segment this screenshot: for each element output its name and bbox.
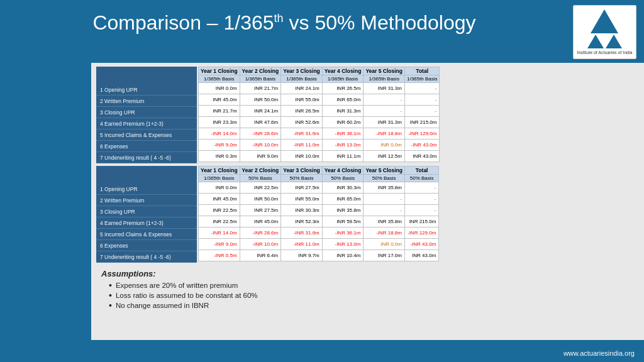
t1-col3-top: Year 3 Closing — [281, 67, 323, 75]
t1-col5-top: Year 5 Closing — [364, 67, 405, 75]
bullet-3: • — [109, 301, 112, 310]
t2-col6-top: Total — [404, 167, 438, 175]
table-row: -INR 14.0m -INR 28.6m -INR 31.6m -INR 36… — [199, 228, 439, 239]
label2-2: 2 Written Premium — [96, 195, 197, 206]
t2-col1-top: Year 1 Closing — [199, 167, 240, 175]
t2-col4-sub: 50% Basis — [322, 175, 364, 182]
logo: Institute of Actuaries of India — [572, 5, 638, 58]
t2-col2-sub: 50% Basis — [240, 175, 281, 182]
label-4: 4 Earned Premium (1+2-3) — [96, 118, 197, 129]
table1-section: 1 Opening UPR 2 Written Premium 3 Closin… — [96, 67, 639, 163]
t1-col6-sub: 1/365th Basis — [404, 75, 439, 83]
label-1: 1 Opening UPR — [96, 84, 197, 96]
t1-col4-top: Year 4 Closing — [322, 67, 364, 75]
tables-container: 1 Opening UPR 2 Written Premium 3 Closin… — [96, 67, 639, 263]
label-5: 5 Incurred Claims & Expenses — [96, 129, 197, 141]
t2-col3-sub: 50% Basis — [281, 175, 323, 182]
table2-section: 1 Opening UPR 2 Written Premium 3 Closin… — [96, 166, 639, 263]
t2-col3-top: Year 3 Closing — [281, 167, 323, 175]
table-row: INR 22.5m INR 45.0m INR 52.3m INR 59.5m … — [199, 216, 439, 228]
table-row: INR 22.5m INR 27.5m INR 30.3m INR 35.8m … — [199, 205, 439, 216]
table-row: INR 0.3m INR 9.0m INR 10.0m INR 11.1m IN… — [199, 151, 440, 162]
t2-col1-sub: 1/365th Basis — [199, 175, 240, 182]
t1-col4-sub: 1/365th Basis — [322, 75, 364, 83]
table-row: INR 21.7m INR 24.1m INR 26.5m INR 31.3m … — [199, 106, 440, 117]
org-name: Institute of Actuaries of India — [577, 50, 633, 55]
table-row: INR 45.0m INR 50.0m INR 55.0m INR 65.0m … — [199, 94, 440, 106]
t1-col1-top: Year 1 Closing — [199, 67, 240, 75]
table-row: INR 0.0m INR 21.7m INR 24.1m INR 26.5m I… — [199, 83, 440, 94]
table1-data: Year 1 Closing Year 2 Closing Year 3 Clo… — [198, 67, 440, 162]
table-row: -INR 0.5m INR 6.4m INR 9.7m INR 10.4m IN… — [199, 250, 439, 261]
assumption-1: • Expenses are 20% of written premium — [109, 281, 634, 290]
t2-col5-sub: 50% Basis — [364, 175, 405, 182]
t1-col6-top: Total — [404, 67, 439, 75]
table2-row-labels: 1 Opening UPR 2 Written Premium 3 Closin… — [96, 166, 197, 263]
website-url: www.actuariesindia.org — [564, 349, 635, 357]
table1-row-labels: 1 Opening UPR 2 Written Premium 3 Closin… — [96, 67, 197, 163]
label2-5: 5 Incurred Claims & Expenses — [96, 229, 197, 240]
content-area: 1 Opening UPR 2 Written Premium 3 Closin… — [91, 63, 644, 340]
label-7: 7 Underwriting result ( 4 -5 -6) — [96, 152, 197, 163]
assumption-3: • No change assumed in IBNR — [109, 301, 634, 310]
t2-col6-sub: 50% Basis — [404, 175, 438, 182]
table-row: -INR 14.0m -INR 28.6m -INR 31.6m -INR 36… — [199, 128, 440, 140]
table-row: INR 45.0m INR 50.0m INR 55.0m INR 65.0m … — [199, 194, 439, 205]
t1-col1-sub: 1/365th Basis — [199, 75, 240, 83]
t2-col4-top: Year 4 Closing — [322, 167, 364, 175]
label2-7: 7 Underwriting result ( 4 -5 -6) — [96, 251, 197, 263]
assumption-2: • Loss ratio is assumed to be constant a… — [109, 291, 634, 300]
t2-col5-top: Year 5 Closing — [364, 167, 405, 175]
t2-col2-top: Year 2 Closing — [240, 167, 281, 175]
assumptions-section: Assumptions: • Expenses are 20% of writt… — [96, 266, 639, 314]
table-row: -INR 9.0m -INR 10.0m -INR 11.0m -INR 13.… — [199, 239, 439, 250]
label2-6: 6 Expenses — [96, 240, 197, 251]
t1-col5-sub: 1/365th Basis — [364, 75, 405, 83]
table-row: INR 0.0m INR 22.5m INR 27.5m INR 30.3m I… — [199, 182, 439, 194]
label2-1: 1 Opening UPR — [96, 184, 197, 195]
table-row: -INR 9.0m -INR 10.0m -INR 11.0m -INR 13.… — [199, 140, 440, 151]
assumptions-title: Assumptions: — [101, 269, 634, 278]
bullet-2: • — [109, 291, 112, 300]
t1-col3-sub: 1/365th Basis — [281, 75, 323, 83]
bullet-1: • — [109, 281, 112, 290]
page-title: Comparison – 1/365th vs 50% Methodology — [0, 11, 569, 35]
label2-3: 3 Closing UPR — [96, 206, 197, 217]
table-row: INR 23.3m INR 47.6m INR 52.6m INR 60.2m … — [199, 117, 440, 128]
t1-col2-top: Year 2 Closing — [240, 67, 281, 75]
label-3: 3 Closing UPR — [96, 107, 197, 118]
label-2: 2 Written Premium — [96, 96, 197, 107]
label2-4: 4 Earned Premium (1+2-3) — [96, 217, 197, 229]
label-6: 6 Expenses — [96, 141, 197, 152]
t1-col2-sub: 1/365th Basis — [240, 75, 281, 83]
table2-data: Year 1 Closing Year 2 Closing Year 3 Clo… — [198, 166, 439, 261]
